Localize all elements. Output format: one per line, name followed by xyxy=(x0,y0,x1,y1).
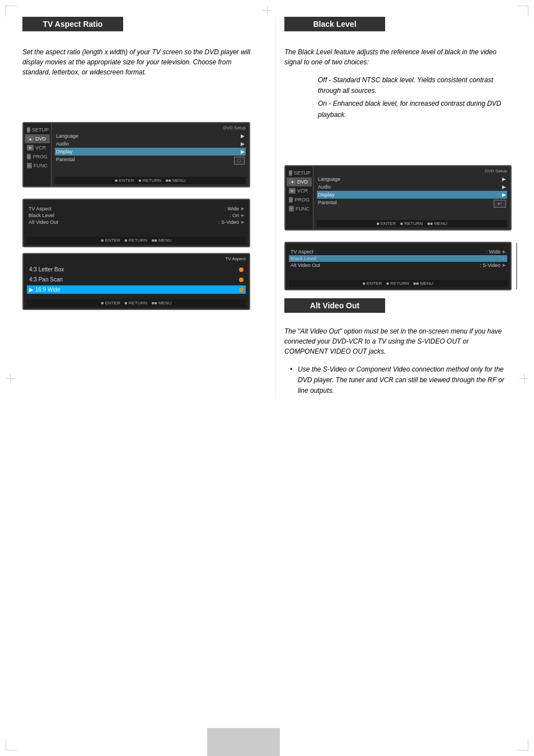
black-level-bullet-off: Off - Standard NTSC black level. Yields … xyxy=(290,75,512,96)
setup-icon: ⚙ xyxy=(27,127,30,133)
side-menu-left-1: ⚙ SETUP ● DVD ▶ VCR ◎ PR xyxy=(24,123,51,186)
black-level-bullets: Off - Standard NTSC black level. Yields … xyxy=(284,75,512,120)
screen-bottom-bar-1: ■ ENTER ■ RETURN ■■ MENU xyxy=(55,177,246,184)
side-menu-right-2: DVD Setup Language▶ Audio▶ Display▶ Pare… xyxy=(313,166,510,229)
tv-aspect-title: TV Aspect Ratio xyxy=(22,17,123,31)
tv-aspect-description: Set the aspect ratio (length x width) of… xyxy=(22,47,250,77)
alt-video-bullet-1: Use the S-Video or Component Video conne… xyxy=(290,364,512,397)
black-level-row-2: Black Level : ▶ xyxy=(289,255,507,262)
tv-aspect-ratio-section: TV Aspect Ratio Set the aspect ratio (le… xyxy=(22,17,259,398)
dvd-setup-screen-1: ⚙ SETUP ● DVD ▶ VCR ◎ PR xyxy=(22,122,250,187)
dvd-setup-screen-2: ⚙ SETUP ● DVD ▶ VCR ◎ PR xyxy=(284,165,512,231)
aspect-wide-row: ▶ 16:9 Wide xyxy=(27,285,246,294)
corner-tl xyxy=(6,6,17,17)
black-level-bullet-on: On - Enhanced black level, for increased… xyxy=(290,98,512,120)
menu-item-prog-2: ◎ PROG xyxy=(287,195,312,204)
menu-row-audio-2: Audio▶ xyxy=(317,183,507,191)
page-bottom-area xyxy=(0,728,534,756)
prog-icon: ◎ xyxy=(27,154,31,159)
page-number-tab xyxy=(207,728,280,756)
display-options-screen-2: TV Aspect : Wide ▶ Black Level : ▶ Alt V… xyxy=(284,242,512,290)
menu-item-prog: ◎ PROG xyxy=(25,152,50,161)
alt-video-out-bullets: Use the S-Video or Component Video conne… xyxy=(284,364,512,397)
black-level-row-1: Black Level : On ▶ xyxy=(27,212,246,219)
vcr-icon: ▶ xyxy=(27,145,34,151)
aspect-letterbox-row: 4:3 Letter Box xyxy=(27,265,246,274)
alt-video-out-desc: The "Alt Video Out" option must be set i… xyxy=(284,326,512,356)
alt-video-row-1: Alt Video Out : S-Video ▶ xyxy=(27,219,246,226)
screen-bottom-bar-4: ■ ENTER ■ RETURN ■■ MENU xyxy=(27,299,246,307)
menu-item-vcr-2: ▶ VCR xyxy=(287,186,312,195)
alt-video-out-header-wrapper: Alt Video Out xyxy=(284,298,512,321)
side-menu-left-2: ⚙ SETUP ● DVD ▶ VCR ◎ PR xyxy=(285,166,313,229)
black-level-title: Black Level xyxy=(284,17,385,31)
menu-item-setup-2: ⚙ SETUP xyxy=(287,168,312,177)
func-icon: ≡ xyxy=(27,163,32,168)
cross-top xyxy=(263,6,271,15)
tv-aspect-header-wrapper: TV Aspect Ratio xyxy=(22,17,250,39)
menu-row-audio: Audio▶ xyxy=(55,140,246,148)
menu-row-display: Display▶ xyxy=(55,148,246,156)
menu-row-parental: Parental□ xyxy=(55,156,246,166)
menu-item-func-2: ≡ FUNC xyxy=(287,204,312,213)
menu-item-func: ≡ FUNC xyxy=(25,161,50,170)
page: TV Aspect Ratio Set the aspect ratio (le… xyxy=(0,0,534,756)
black-level-intro: The Black Level feature adjusts the refe… xyxy=(284,47,512,67)
setup-icon-2: ⚙ xyxy=(289,170,292,176)
tv-aspect-row-1: TV Aspect : Wide ▶ xyxy=(27,205,246,212)
radio-letterbox xyxy=(239,267,243,272)
menu-row-parental-2: Parental↩ xyxy=(317,199,507,209)
alt-video-out-title: Alt Video Out xyxy=(284,298,385,313)
cross-right xyxy=(519,374,528,383)
vcr-icon-2: ▶ xyxy=(289,188,296,194)
menu-item-dvd: ● DVD xyxy=(25,134,50,143)
side-menu-right-1: DVD Setup Language▶ Audio▶ Display▶ Pare… xyxy=(51,123,249,186)
tv-aspect-row-2: TV Aspect : Wide ▶ xyxy=(289,248,507,255)
menu-item-vcr: ▶ VCR xyxy=(25,143,50,152)
screen-bottom-bar-5: ■ ENTER ■ RETURN ■■ MENU xyxy=(289,280,507,287)
dvd-icon: ● xyxy=(27,136,34,142)
dvd-icon-2: ● xyxy=(289,179,296,185)
cross-left xyxy=(6,374,15,383)
alt-video-row-2: Alt Video Out : S-Video ▶ xyxy=(289,262,507,269)
black-level-header-wrapper: Black Level xyxy=(284,17,512,39)
black-level-section: Black Level The Black Level feature adju… xyxy=(275,17,512,398)
menu-row-language: Language▶ xyxy=(55,132,246,140)
radio-panscan xyxy=(239,278,243,282)
radio-wide xyxy=(239,288,243,292)
aspect-panscan-row: 4:3 Pan Scan xyxy=(27,275,246,284)
right-vbar xyxy=(516,243,517,289)
prog-icon-2: ◎ xyxy=(289,197,293,203)
menu-row-display-2: Display▶ xyxy=(317,191,507,199)
menu-item-dvd-2: ● DVD xyxy=(287,177,312,186)
func-icon-2: ≡ xyxy=(289,206,294,212)
display-options-screen-1: TV Aspect : Wide ▶ Black Level : On ▶ Al… xyxy=(22,199,250,247)
menu-row-language-2: Language▶ xyxy=(317,175,507,183)
tv-aspect-submenu: TV Aspect 4:3 Letter Box 4:3 Pan Scan ▶ … xyxy=(22,253,250,310)
menu-item-setup: ⚙ SETUP xyxy=(25,125,50,134)
screen-bottom-bar-2: ■ ENTER ■ RETURN ■■ MENU xyxy=(317,220,507,227)
screen-bottom-bar-3: ■ ENTER ■ RETURN ■■ MENU xyxy=(27,237,246,244)
corner-tr xyxy=(517,6,528,17)
